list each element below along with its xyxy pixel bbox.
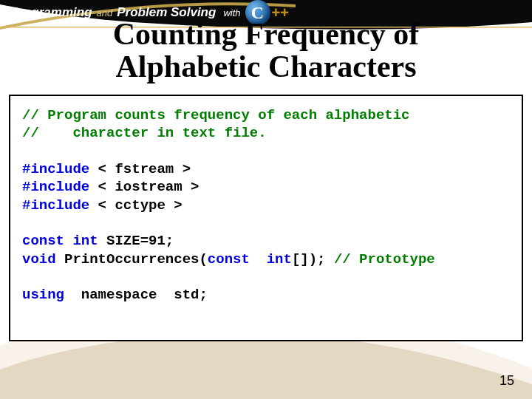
slide: Programming and Problem Solving with C +… bbox=[0, 0, 532, 399]
code-proto-tail: []); bbox=[292, 251, 334, 267]
code-void-kw: void bbox=[22, 251, 64, 267]
code-paren: ( bbox=[199, 251, 207, 267]
code-include-2: < iostream > bbox=[89, 179, 199, 195]
title-line-2: Alphabetic Characters bbox=[115, 50, 416, 83]
code-namespace: namespace std; bbox=[64, 287, 208, 303]
code-const-kw: const int bbox=[22, 233, 106, 249]
code-size-name: SIZE bbox=[106, 233, 140, 249]
slide-title: Counting Frequency of Alphabetic Charact… bbox=[0, 18, 532, 83]
code-include-kw-3: #include bbox=[22, 197, 89, 214]
code-using-kw: using bbox=[22, 287, 64, 303]
code-comment-1: // Program counts frequency of each alph… bbox=[22, 107, 410, 123]
cpp-logo-plus: ++ bbox=[272, 9, 289, 16]
code-constint-kw: const int bbox=[208, 251, 292, 267]
code-proto-comment: // Prototype bbox=[334, 251, 435, 267]
code-size-val: =91; bbox=[140, 233, 174, 249]
header-and: and bbox=[97, 7, 113, 18]
code-include-3: < cctype > bbox=[89, 197, 182, 214]
code-include-kw-2: #include bbox=[22, 179, 89, 195]
code-block: // Program counts frequency of each alph… bbox=[9, 95, 523, 341]
code-fn-name: PrintOccurrences bbox=[64, 251, 199, 267]
code-include-1: < fstream > bbox=[89, 161, 191, 177]
title-line-1: Counting Frequency of bbox=[113, 17, 420, 51]
code-comment-2: // character in text file. bbox=[22, 125, 267, 141]
page-number: 15 bbox=[499, 373, 514, 389]
code-include-kw-1: #include bbox=[22, 161, 89, 177]
